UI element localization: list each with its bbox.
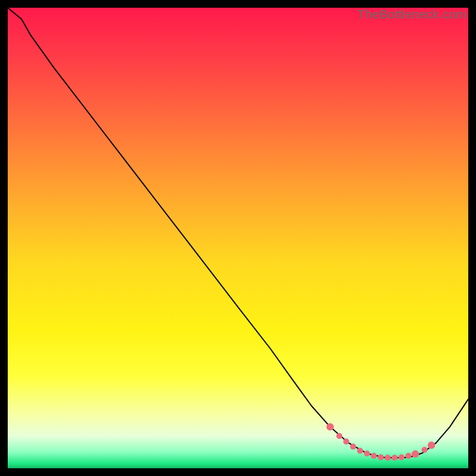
watermark-text: TheBottleneck.com bbox=[358, 7, 466, 21]
marker-point bbox=[428, 441, 435, 449]
gradient-background bbox=[8, 8, 468, 468]
chart-plot bbox=[8, 8, 468, 468]
marker-point bbox=[343, 439, 349, 444]
marker-point bbox=[392, 455, 397, 461]
marker-point bbox=[412, 450, 419, 458]
marker-point bbox=[364, 450, 370, 456]
marker-point bbox=[378, 454, 384, 460]
marker-point bbox=[399, 454, 405, 460]
marker-point bbox=[385, 455, 391, 461]
chart-frame: TheBottleneck.com bbox=[8, 8, 468, 468]
marker-point bbox=[357, 448, 363, 454]
marker-point bbox=[336, 433, 342, 439]
marker-point bbox=[421, 447, 427, 453]
marker-point bbox=[350, 444, 356, 450]
marker-point bbox=[327, 423, 334, 430]
marker-point bbox=[371, 453, 377, 459]
marker-point bbox=[405, 453, 411, 459]
